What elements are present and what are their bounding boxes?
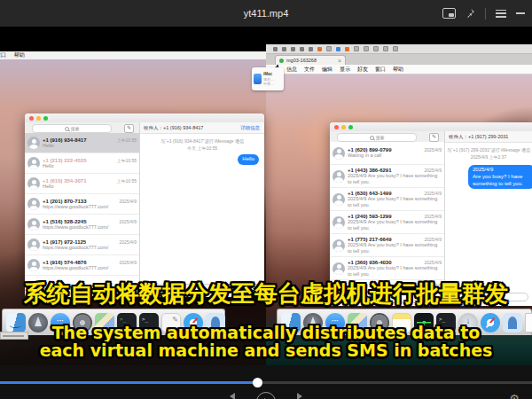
minimize-button[interactable]	[36, 116, 41, 121]
vm-tab[interactable]: mg03-163268 ×	[275, 55, 346, 65]
vm-toolbar-icon[interactable]	[336, 47, 340, 51]
avatar	[332, 193, 345, 206]
timestamp: 上午10:55	[116, 137, 137, 143]
timestamp: 2025/4/9	[120, 219, 137, 224]
settings-gear-icon[interactable]: ⚙	[509, 392, 520, 399]
video-stage[interactable]: 窗口 帮助 mg03-163268 × 信息 文件 编辑 显示 好友 窗口 帮	[0, 27, 532, 365]
conversation-row[interactable]: +1 (917) 972-11252025/4/9https://www.goo…	[25, 235, 139, 255]
conversation-list[interactable]: +1 (916) 934-8417上午10:55Hello+1 (213) 22…	[25, 133, 139, 297]
menu-item-help[interactable]: 帮助	[14, 52, 25, 58]
compose-button[interactable]: ✎	[124, 124, 134, 133]
vm-toolbar-icon[interactable]	[373, 46, 379, 51]
message-preview: https://www.goodluck777.com/	[43, 204, 137, 209]
compose-button[interactable]: ✎	[429, 133, 439, 142]
conversation-row[interactable]: +1 (360) 936-40302025/4/92025/4/9 Are yo…	[330, 257, 444, 280]
search-input[interactable]: 搜索	[32, 124, 112, 133]
vm-toolbar-icon[interactable]	[309, 47, 313, 51]
notification-line: 中显…	[263, 82, 274, 86]
avatar	[27, 239, 40, 251]
vm-toolbar-icon[interactable]	[326, 46, 332, 51]
traffic-lights	[334, 125, 353, 129]
message-preview: 2025/4/9 Are you busy? I have something …	[348, 196, 442, 207]
notification-popup[interactable]: iMac 现在… 中显…	[252, 67, 284, 90]
menu-item-view[interactable]: 显示	[340, 66, 350, 74]
minimize-icon[interactable]	[516, 12, 525, 14]
conversation-row[interactable]: +1 (201) 870-71332025/4/9https://www.goo…	[25, 194, 139, 215]
conversation-row[interactable]: +1 (630) 643-14992025/4/92025/4/9 Are yo…	[330, 188, 444, 211]
vm-tab-label: mg03-163268	[286, 58, 317, 63]
vm-toolbar-icon[interactable]	[364, 46, 369, 51]
menu-item-window[interactable]: 窗口	[0, 52, 6, 58]
message-preview: Waiting in a call	[348, 153, 442, 159]
avatar	[332, 147, 345, 160]
vm-toolbar-icon[interactable]	[291, 47, 295, 51]
pin-icon[interactable]	[466, 8, 475, 19]
close-tab-icon[interactable]: ×	[338, 58, 341, 64]
sent-message-bubble: 2025/4/9 Are you busy? I have something …	[468, 165, 532, 189]
more-menu-icon[interactable]	[496, 10, 506, 18]
conversation-row[interactable]: +1 (610) 354-3071上午10:55Hello	[25, 174, 139, 194]
traffic-lights	[29, 116, 48, 121]
thread-header: 收件人：+1 (917) 299-2031	[445, 131, 532, 143]
zoom-button[interactable]	[43, 116, 48, 121]
vm-toolbar-icon[interactable]	[345, 47, 349, 51]
vm-toolbar-icon[interactable]	[273, 47, 278, 51]
seek-handle[interactable]	[253, 378, 262, 387]
right-vm-menubar: 信息 文件 编辑 显示 好友 窗口 帮助	[266, 65, 532, 74]
seek-bar[interactable]	[0, 381, 532, 384]
timestamp: 2025/4/9	[120, 199, 137, 204]
menu-item-file[interactable]: 文件	[304, 66, 315, 74]
player-controls-bar: ⚙	[0, 365, 532, 399]
menu-item-buddies[interactable]: 好友	[357, 66, 368, 74]
minimize-button[interactable]	[341, 125, 346, 129]
sent-message-bubble: Hello	[238, 154, 259, 165]
timestamp: 上午10:55	[116, 158, 137, 163]
conversation-row[interactable]: +1 (620) 899-07992025/4/9Waiting in a ca…	[330, 142, 444, 165]
thread-info: 与“+1 (916) 934-8417”进行 iMessage 通信 今天 上午…	[140, 138, 264, 152]
search-input[interactable]: 搜索	[337, 133, 417, 142]
vm-pause-icon[interactable]	[317, 47, 322, 51]
subtitle-chinese: 系统自动将数据分发至每台虚拟机进行批量群发	[0, 278, 532, 309]
menu-item-help[interactable]: 帮助	[393, 66, 403, 74]
notification-app-icon	[254, 74, 262, 84]
messages-window-left[interactable]: 搜索 ✎ +1 (916) 934-8417上午10:55Hello+1 (21…	[25, 113, 264, 297]
play-pause-icon[interactable]	[256, 392, 276, 399]
message-preview: Hello	[43, 143, 137, 148]
player-titlebar: yt411.mp4	[0, 0, 532, 27]
skip-back-icon[interactable]	[228, 392, 237, 399]
details-link[interactable]: 详细信息	[240, 122, 260, 133]
timestamp: 2025/4/9	[120, 239, 137, 245]
menu-item-messages[interactable]: 信息	[286, 66, 297, 74]
message-preview: 2025/4/9 Are you busy? I have something …	[348, 265, 442, 277]
conversation-row[interactable]: +1 (240) 593-12992025/4/92025/4/9 Are yo…	[330, 211, 444, 234]
search-placeholder: 搜索	[376, 135, 385, 140]
vm-toolbar-icon[interactable]	[393, 46, 398, 51]
conversation-row[interactable]: +1 (916) 574-48762025/4/9https://www.goo…	[25, 255, 139, 276]
vm-toolbar-icon[interactable]	[383, 46, 388, 51]
vm-toolbar-icon[interactable]	[354, 46, 359, 51]
recipient-field[interactable]: 收件人：+1 (916) 934-8417	[144, 122, 203, 133]
seek-progress	[0, 381, 257, 384]
conversation-row[interactable]: +1 (916) 934-8417上午10:55Hello	[25, 133, 139, 153]
message-preview: Hello	[43, 184, 137, 189]
close-button[interactable]	[334, 125, 339, 129]
vm-toolbar-icon[interactable]	[282, 47, 286, 51]
conversation-row[interactable]: +1 (213) 222-4535上午10:55Hello	[25, 153, 139, 174]
zoom-button[interactable]	[348, 125, 353, 129]
message-preview: https://www.goodluck777.com/	[43, 245, 137, 250]
recipient-field[interactable]: 收件人：+1 (917) 299-2031	[449, 131, 508, 142]
mini-player-icon[interactable]	[442, 8, 456, 19]
menu-item-window[interactable]: 窗口	[375, 66, 386, 74]
message-preview: 2025/4/9 Are you busy? I have something …	[348, 219, 442, 231]
vm-toolbar-icon[interactable]	[300, 47, 304, 51]
avatar	[332, 216, 345, 229]
close-button[interactable]	[29, 116, 34, 121]
message-preview: https://www.goodluck777.com/	[43, 265, 137, 270]
timestamp: 上午10:55	[116, 178, 137, 184]
menu-item-edit[interactable]: 编辑	[322, 66, 332, 74]
conversation-row[interactable]: +1 (443) 386-62912025/4/92025/4/9 Are yo…	[330, 165, 444, 188]
conversation-row[interactable]: +1 (516) 528-22452025/4/9https://www.goo…	[25, 215, 139, 235]
thread-header: 收件人：+1 (916) 934-8417 详细信息	[140, 122, 264, 134]
skip-forward-icon[interactable]	[295, 392, 304, 399]
conversation-row[interactable]: +1 (775) 217-66492025/4/92025/4/9 Are yo…	[330, 234, 444, 257]
